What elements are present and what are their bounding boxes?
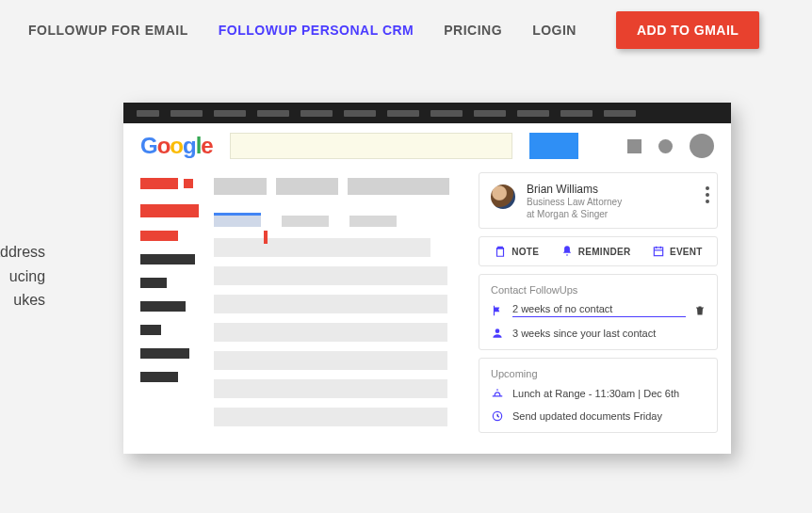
followups-title: Contact FollowUps xyxy=(491,284,706,296)
sidebar-item[interactable] xyxy=(140,348,189,359)
nav-followup-email[interactable]: FOLLOWUP FOR EMAIL xyxy=(28,23,188,38)
add-reminder-button[interactable]: REMINDER xyxy=(560,245,631,258)
more-menu-icon[interactable] xyxy=(706,186,709,203)
gmail-body: Brian Williams Business Law Attorney at … xyxy=(123,172,731,454)
upcoming-event-text: Lunch at Range - 11:30am | Dec 6th xyxy=(512,388,679,399)
contact-avatar xyxy=(489,183,517,211)
clock-icon xyxy=(491,409,504,423)
contact-subtitle: Business Law Attorney xyxy=(527,196,622,208)
add-event-button[interactable]: EVENT xyxy=(652,245,703,258)
nav-pricing[interactable]: PRICING xyxy=(444,23,502,38)
message-row[interactable] xyxy=(214,323,447,342)
followup-rule-field[interactable]: 2 weeks of no contact xyxy=(512,303,686,317)
toolbar-placeholder xyxy=(214,178,267,195)
bell-icon xyxy=(560,245,574,258)
sidetext-line: ucing xyxy=(0,265,45,289)
compose-caret xyxy=(184,179,193,188)
message-row[interactable] xyxy=(214,408,447,426)
contact-card: Brian Williams Business Law Attorney at … xyxy=(479,172,718,229)
browser-tab-bar xyxy=(123,103,731,123)
flag-icon xyxy=(491,304,504,317)
meal-icon xyxy=(491,387,504,400)
reminder-label: REMINDER xyxy=(578,247,631,257)
google-logo: Google xyxy=(140,133,213,159)
category-tab-active[interactable] xyxy=(214,216,261,227)
sidebar-item[interactable] xyxy=(140,278,167,288)
sidetext-line: ukes xyxy=(0,288,45,313)
notifications-icon[interactable] xyxy=(658,139,673,153)
toolbar-placeholder xyxy=(348,178,449,195)
top-nav: FOLLOWUP FOR EMAIL FOLLOWUP PERSONAL CRM… xyxy=(0,0,812,60)
apps-icon[interactable] xyxy=(627,139,641,153)
actions-card: NOTE REMINDER EVENT xyxy=(479,236,718,266)
message-row[interactable] xyxy=(214,295,447,313)
sidetext-line: and address xyxy=(0,240,45,265)
category-tab[interactable] xyxy=(349,216,397,227)
crm-panel: Brian Williams Business Law Attorney at … xyxy=(473,172,731,441)
sidebar-item[interactable] xyxy=(140,254,195,265)
last-contact-text: 3 weeks since your last contact xyxy=(512,328,656,339)
sidebar-item-active[interactable] xyxy=(140,231,178,241)
message-row[interactable] xyxy=(214,238,430,257)
sidebar-item[interactable] xyxy=(140,301,186,312)
gmail-sidebar xyxy=(123,172,214,441)
upcoming-event-text: Send updated documents Friday xyxy=(512,410,662,422)
gmail-message-list xyxy=(214,172,473,441)
contact-subtitle: at Morgan & Singer xyxy=(527,208,622,220)
upcoming-card: Upcoming Lunch at Range - 11:30am | Dec … xyxy=(479,358,718,433)
search-button[interactable] xyxy=(529,133,578,159)
message-row[interactable] xyxy=(214,379,447,398)
message-row[interactable] xyxy=(214,351,447,370)
search-input[interactable] xyxy=(230,133,512,159)
account-avatar[interactable] xyxy=(690,134,714,158)
toolbar-placeholder xyxy=(276,178,338,195)
person-icon xyxy=(491,327,504,340)
sidebar-item[interactable] xyxy=(140,325,161,335)
sidebar-item[interactable] xyxy=(140,204,199,217)
clipboard-icon xyxy=(494,245,507,258)
upcoming-title: Upcoming xyxy=(491,368,706,379)
marketing-text-fragment: and address ucing ukes xyxy=(0,240,45,313)
category-tab[interactable] xyxy=(282,216,329,227)
event-label: EVENT xyxy=(670,247,703,257)
add-to-gmail-button[interactable]: ADD TO GMAIL xyxy=(616,11,759,49)
message-row[interactable] xyxy=(214,266,447,285)
nav-login[interactable]: LOGIN xyxy=(532,23,577,38)
gmail-mock-window: Google xyxy=(123,103,731,454)
followups-card: Contact FollowUps 2 weeks of no contact … xyxy=(479,274,718,350)
trash-icon[interactable] xyxy=(694,304,706,317)
compose-placeholder[interactable] xyxy=(140,178,178,189)
svg-rect-0 xyxy=(654,248,662,256)
note-label: NOTE xyxy=(512,247,539,257)
nav-followup-crm[interactable]: FOLLOWUP PERSONAL CRM xyxy=(219,23,414,38)
calendar-icon xyxy=(652,245,665,258)
svg-point-4 xyxy=(495,329,500,333)
sidebar-item[interactable] xyxy=(140,372,178,382)
gmail-header: Google xyxy=(123,123,731,172)
contact-name: Brian Williams xyxy=(527,183,622,196)
add-note-button[interactable]: NOTE xyxy=(494,245,539,258)
